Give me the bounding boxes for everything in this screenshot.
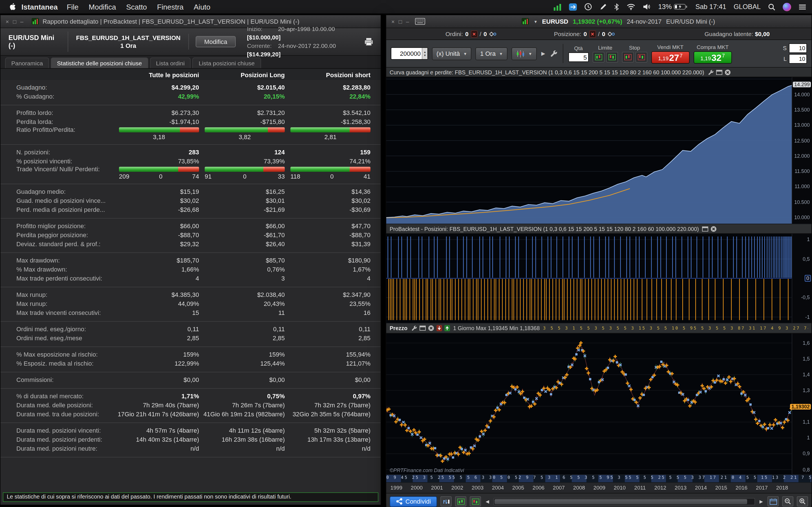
zoom-out-icon[interactable]: [782, 496, 794, 506]
tab-statistiche-delle-posizioni-chiuse[interactable]: Statistiche delle posizioni chiuse: [51, 57, 148, 68]
maximize-window-icon[interactable]: □: [13, 18, 16, 24]
positions-chart-canvas[interactable]: [386, 234, 792, 323]
trades-counts: 118041: [290, 173, 370, 180]
siri-icon[interactable]: [783, 3, 791, 11]
date-range-icon[interactable]: [767, 496, 779, 506]
stop-distance-input[interactable]: [789, 43, 807, 53]
quantity-spin-buttons[interactable]: ▲▼: [422, 48, 427, 59]
close-window-icon[interactable]: ×: [6, 18, 9, 24]
quantity-input[interactable]: [391, 48, 422, 59]
panel-detach-icon[interactable]: [419, 326, 425, 331]
backtest-display-icon[interactable]: [470, 496, 481, 506]
sell-marker-icon[interactable]: [436, 325, 442, 331]
wrench-icon[interactable]: [550, 50, 558, 57]
share-button[interactable]: Condividi: [390, 496, 437, 507]
orders-display-toggle-icon[interactable]: [441, 496, 452, 506]
battery-indicator[interactable]: 13%: [658, 3, 688, 11]
trade-count: 0: [330, 173, 334, 180]
position-settings-icon[interactable]: [608, 31, 615, 37]
menu-finestra[interactable]: Finestra: [157, 3, 184, 11]
qty-input[interactable]: [568, 52, 589, 62]
profit-loss-bar: [290, 167, 370, 172]
stat-value: $0,00: [285, 376, 370, 383]
stop-sell-icon[interactable]: [622, 52, 634, 62]
time-machine-icon[interactable]: [584, 3, 592, 11]
stats-group: Guadagno:$4.299,20$2.015,40$2.283,80% Gu…: [1, 80, 380, 105]
y-tick-label: 12.000: [794, 153, 810, 159]
x-axis-year: 2000: [408, 485, 425, 491]
panel-settings-wrench-icon[interactable]: [707, 69, 714, 75]
buy-marker-icon[interactable]: [444, 325, 450, 331]
tab-lista-posizioni-chiuse[interactable]: Lista posizioni chiuse: [193, 57, 261, 68]
y-tick-label: 0,5: [803, 256, 810, 262]
bluetooth-icon[interactable]: [614, 3, 619, 10]
grid-display-icon[interactable]: [455, 496, 467, 506]
price-chart-canvas[interactable]: ©PRTFinance.com Dati Indicativi: [386, 334, 792, 474]
sell-mkt-button[interactable]: 1,19277: [651, 51, 690, 63]
app-menu[interactable]: Istantanea: [21, 3, 58, 11]
scroll-left-button[interactable]: ◀: [485, 499, 490, 504]
minimize-window-icon[interactable]: ‒: [20, 18, 23, 24]
panel-close-icon[interactable]: [724, 69, 730, 75]
menu-clock[interactable]: Sab 17:41: [696, 3, 726, 11]
panel-close-icon[interactable]: [711, 226, 717, 232]
x-axis-year: 2016: [733, 485, 750, 491]
expand-toolbar-arrow[interactable]: ▶: [541, 51, 546, 56]
limit-buy-icon[interactable]: [606, 52, 618, 62]
quantity-stepper[interactable]: ▲▼: [391, 47, 428, 60]
keyboard-icon[interactable]: [415, 18, 425, 25]
buy-mkt-button[interactable]: 1,19327: [694, 51, 732, 63]
apple-menu-icon[interactable]: [9, 3, 16, 11]
unit-select[interactable]: (x) Unità▼: [432, 47, 472, 60]
orders-count: 0: [465, 31, 469, 37]
chart-type-select[interactable]: ▼: [511, 47, 537, 60]
stat-label: Deviaz. standard perd. & prof.:: [16, 240, 113, 247]
close-window-icon[interactable]: ×: [391, 18, 395, 24]
menu-modifica[interactable]: Modifica: [89, 3, 116, 11]
cancel-orders-icon[interactable]: ×: [471, 30, 477, 38]
stat-value: $2.038,40: [199, 291, 285, 298]
wifi-icon[interactable]: [626, 3, 636, 10]
menu-aiuto[interactable]: Aiuto: [194, 3, 210, 11]
minimize-window-icon[interactable]: ‒: [406, 18, 409, 24]
print-icon[interactable]: [364, 37, 374, 46]
stats-body[interactable]: Guadagno:$4.299,20$2.015,40$2.283,80% Gu…: [1, 80, 380, 505]
sync-status-icon[interactable]: [569, 3, 577, 10]
limit-label: Limite: [598, 45, 612, 51]
orders-settings-icon[interactable]: [489, 31, 497, 37]
limit-sell-icon[interactable]: [593, 52, 605, 62]
close-position-icon[interactable]: ×: [589, 30, 596, 38]
panel-detach-icon[interactable]: [716, 69, 722, 75]
notification-center-icon[interactable]: [799, 4, 806, 10]
symbol-name[interactable]: EURUSD: [542, 18, 568, 25]
panel-settings-wrench-icon[interactable]: [411, 325, 417, 331]
ratio-bar: 3,18: [113, 126, 199, 140]
scrollbar-thumb[interactable]: [495, 499, 747, 504]
zoom-in-icon[interactable]: [797, 496, 808, 506]
pencil-status-icon[interactable]: [599, 3, 607, 10]
input-source-indicator[interactable]: GLOBAL: [733, 3, 761, 11]
scroll-right-button[interactable]: ▶: [758, 499, 764, 504]
tab-lista-ordini[interactable]: Lista ordini: [150, 57, 191, 68]
chart-scrollbar[interactable]: [494, 498, 755, 505]
tab-panoramica[interactable]: Panoramica: [5, 57, 49, 68]
spotlight-search-icon[interactable]: [768, 3, 775, 10]
modify-button[interactable]: Modifica: [196, 36, 236, 47]
stat-value: 2,85: [199, 335, 285, 341]
equity-chart-canvas[interactable]: [386, 77, 792, 224]
limit-distance-input[interactable]: [789, 54, 807, 64]
stat-row: % Esposiz. media al rischio:122,99%125,4…: [1, 359, 380, 368]
menu-file[interactable]: File: [67, 3, 79, 11]
stat-value: $30,02: [285, 197, 370, 204]
volume-icon[interactable]: [643, 3, 651, 10]
symbol-dropdown-caret[interactable]: ▼: [534, 19, 538, 23]
menu-scatto[interactable]: Scatto: [126, 3, 147, 11]
stocks-status-icon[interactable]: [554, 3, 562, 10]
maximize-window-icon[interactable]: □: [399, 18, 402, 24]
backtest-dates: Inizio: 20-apr-1998 10.00.00 [$10.000,00…: [247, 25, 364, 59]
timeframe-select[interactable]: 1 Ora▼: [476, 47, 507, 60]
start-datetime: 20-apr-1998 10.00.00: [278, 25, 335, 32]
stop-buy-icon[interactable]: [636, 52, 647, 62]
panel-close-icon[interactable]: [428, 325, 434, 331]
panel-detach-icon[interactable]: [702, 226, 709, 231]
